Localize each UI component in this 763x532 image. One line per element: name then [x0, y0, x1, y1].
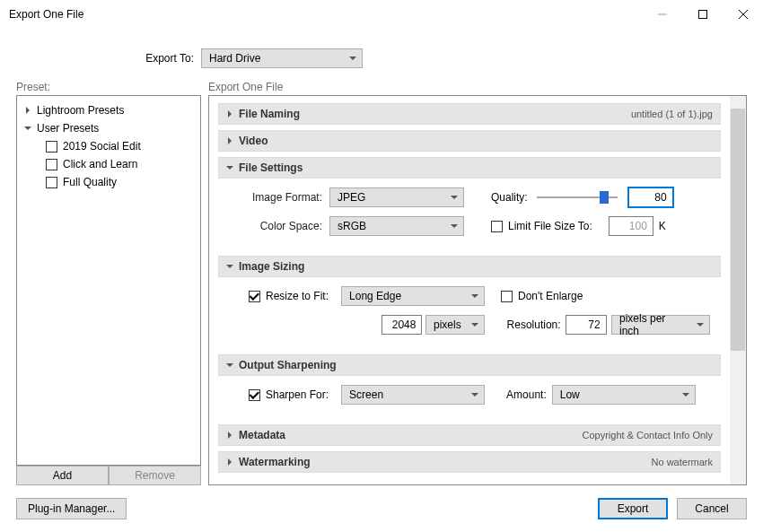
- checkbox[interactable]: [46, 159, 57, 170]
- color-space-label: Color Space:: [229, 220, 329, 232]
- remove-preset-button[interactable]: Remove: [109, 466, 201, 485]
- sharpen-for-label: Sharpen For:: [266, 388, 329, 401]
- limit-filesize-label: Limit File Size To:: [508, 220, 592, 232]
- svg-marker-7: [228, 110, 232, 118]
- scrollbar[interactable]: [730, 96, 746, 484]
- preset-item-label: 2019 Social Edit: [63, 140, 141, 153]
- titlebar: Export One File: [0, 0, 763, 29]
- section-header[interactable]: File Settings: [218, 157, 721, 179]
- svg-marker-18: [682, 393, 689, 397]
- svg-marker-17: [471, 393, 478, 397]
- export-to-value: Hard Drive: [209, 52, 260, 65]
- section-header[interactable]: Watermarking No watermark: [218, 451, 721, 473]
- triangle-right-icon: [226, 458, 239, 466]
- preset-group-lightroom[interactable]: Lightroom Presets: [21, 101, 197, 119]
- preset-tree[interactable]: Lightroom Presets User Presets 2019 Soci…: [16, 95, 201, 466]
- limit-filesize-checkbox[interactable]: [491, 221, 503, 232]
- dont-enlarge-checkbox[interactable]: [501, 291, 513, 302]
- resize-mode-select[interactable]: Long Edge: [341, 286, 485, 306]
- section-title: Video: [239, 135, 713, 147]
- section-summary: Copyright & Contact Info Only: [582, 430, 713, 440]
- section-metadata: Metadata Copyright & Contact Info Only: [218, 424, 721, 446]
- resolution-input[interactable]: 72: [566, 315, 607, 335]
- limit-unit: K: [653, 220, 666, 232]
- chevron-down-icon: [349, 52, 356, 65]
- triangle-right-icon: [226, 137, 239, 144]
- limit-filesize-input[interactable]: 100: [609, 216, 653, 236]
- scrollbar-thumb[interactable]: [731, 109, 745, 351]
- resize-to-fit-label: Resize to Fit:: [266, 290, 329, 302]
- sharpen-for-select[interactable]: Screen: [341, 385, 485, 405]
- minimize-button[interactable]: [642, 0, 682, 29]
- triangle-right-icon: [21, 107, 35, 114]
- preset-group-label: User Presets: [35, 122, 99, 135]
- maximize-button[interactable]: [682, 0, 723, 29]
- section-header[interactable]: Output Sharpening: [218, 354, 721, 376]
- svg-marker-19: [228, 432, 232, 439]
- sharpen-for-checkbox[interactable]: [249, 389, 260, 401]
- export-to-select[interactable]: Hard Drive: [201, 48, 363, 68]
- section-title: File Naming: [239, 108, 631, 120]
- chevron-down-icon: [471, 290, 478, 302]
- preset-group-user[interactable]: User Presets: [21, 119, 197, 137]
- chevron-down-icon: [471, 388, 478, 401]
- quality-input[interactable]: 80: [628, 188, 673, 207]
- section-summary: untitled (1 of 1).jpg: [631, 109, 713, 119]
- quality-slider[interactable]: [537, 188, 618, 206]
- section-header[interactable]: Video: [218, 130, 721, 152]
- triangle-down-icon: [226, 362, 239, 369]
- size-unit-select[interactable]: pixels: [425, 315, 485, 335]
- size-input[interactable]: 2048: [382, 315, 423, 335]
- chevron-down-icon: [697, 318, 704, 331]
- svg-marker-16: [226, 363, 233, 367]
- image-format-label: Image Format:: [229, 191, 329, 204]
- section-title: Watermarking: [239, 456, 652, 468]
- image-format-select[interactable]: JPEG: [329, 188, 464, 207]
- svg-marker-14: [471, 323, 478, 327]
- resolution-label: Resolution:: [507, 318, 561, 331]
- export-to-label: Export To:: [16, 52, 201, 65]
- section-video: Video: [218, 130, 721, 152]
- amount-select[interactable]: Low: [552, 385, 696, 405]
- preset-group-label: Lightroom Presets: [35, 104, 124, 117]
- svg-marker-20: [228, 458, 232, 466]
- export-button[interactable]: Export: [598, 498, 668, 519]
- preset-item[interactable]: 2019 Social Edit: [21, 137, 197, 155]
- section-title: Image Sizing: [239, 260, 713, 273]
- section-title: Output Sharpening: [239, 359, 713, 371]
- section-header[interactable]: File Naming untitled (1 of 1).jpg: [218, 103, 721, 125]
- slider-thumb[interactable]: [600, 191, 609, 204]
- chevron-down-icon: [451, 191, 458, 204]
- color-space-select[interactable]: sRGB: [329, 216, 464, 236]
- quality-label: Quality:: [491, 191, 537, 204]
- window-title: Export One File: [9, 8, 642, 21]
- section-file-settings: File Settings Image Format: JPEG Qualit: [218, 157, 721, 250]
- dont-enlarge-label: Don't Enlarge: [518, 290, 583, 302]
- checkbox[interactable]: [46, 141, 57, 153]
- resolution-unit-select[interactable]: pixels per inch: [611, 315, 710, 335]
- preset-item-label: Click and Learn: [63, 158, 137, 170]
- section-header[interactable]: Metadata Copyright & Contact Info Only: [218, 424, 721, 446]
- triangle-down-icon: [21, 125, 35, 132]
- section-header[interactable]: Image Sizing: [218, 256, 721, 277]
- close-button[interactable]: [723, 0, 763, 29]
- preset-item-label: Full Quality: [63, 176, 117, 188]
- svg-rect-1: [698, 11, 706, 19]
- svg-marker-6: [24, 126, 31, 130]
- triangle-down-icon: [226, 164, 239, 171]
- triangle-right-icon: [226, 110, 239, 118]
- add-preset-button[interactable]: Add: [16, 466, 109, 485]
- section-output-sharpening: Output Sharpening Sharpen For:: [218, 354, 721, 419]
- chevron-down-icon: [451, 220, 458, 232]
- section-image-sizing: Image Sizing Resize to Fit:: [218, 256, 721, 349]
- resize-to-fit-checkbox[interactable]: [249, 291, 260, 302]
- plugin-manager-button[interactable]: Plug-in Manager...: [16, 498, 127, 519]
- preset-item[interactable]: Full Quality: [21, 173, 197, 191]
- section-file-naming: File Naming untitled (1 of 1).jpg: [218, 103, 721, 125]
- section-title: Metadata: [239, 429, 582, 441]
- preset-item[interactable]: Click and Learn: [21, 155, 197, 173]
- cancel-button[interactable]: Cancel: [677, 498, 747, 519]
- preset-label: Preset:: [16, 81, 201, 93]
- checkbox[interactable]: [46, 177, 57, 188]
- svg-marker-5: [26, 107, 30, 114]
